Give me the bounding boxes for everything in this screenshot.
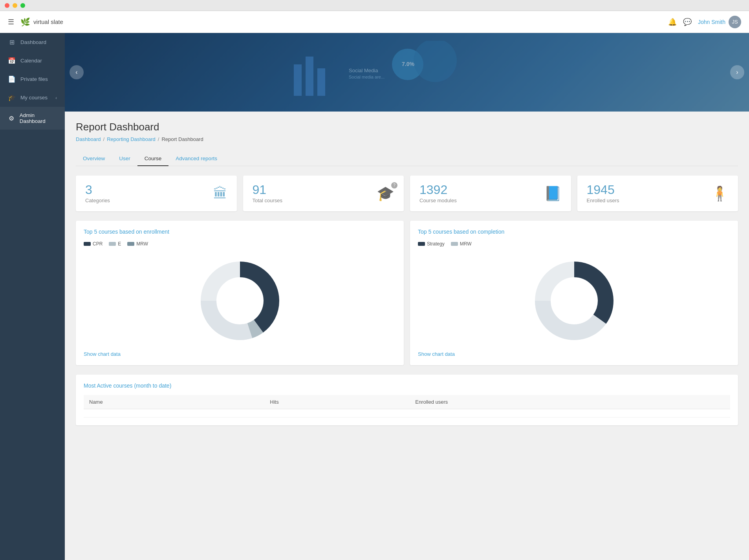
stat-card-modules: 1392 Course modules 📘 [410, 176, 571, 211]
sidebar-label-my-courses: My courses [20, 95, 48, 101]
total-courses-label: Total courses [253, 198, 283, 203]
app-body: ⊞ Dashboard 📅 Calendar 📄 Private files 🎓… [0, 33, 749, 560]
sidebar-label-calendar: Calendar [20, 58, 42, 64]
logo-icon: 🌿 [20, 17, 30, 27]
book-icon: 📘 [544, 185, 562, 202]
legend-label-cpr: CPR [93, 241, 103, 247]
legend-item-cpr: CPR [84, 241, 103, 247]
hero-prev-button[interactable]: ‹ [70, 65, 84, 79]
minimize-button[interactable] [13, 3, 17, 8]
breadcrumb-reporting[interactable]: Reporting Dashboard [107, 136, 156, 142]
mortarboard-icon: 🎓 [377, 185, 394, 201]
active-courses-panel: Most Active courses (month to date) Name… [76, 375, 738, 425]
completion-donut-chart [531, 258, 617, 344]
gear-icon: ⚙ [8, 115, 15, 122]
enrollment-donut-container [84, 251, 396, 350]
chevron-right-icon: › [736, 69, 738, 76]
sidebar-item-admin-dashboard[interactable]: ⚙ Admin Dashboard [0, 107, 65, 130]
chevron-left-icon: ‹ [55, 95, 57, 100]
graduation-cap-icon: 🎓 [8, 94, 16, 101]
enrollment-donut-chart [197, 258, 283, 344]
chat-icon[interactable]: 💬 [683, 18, 692, 26]
breadcrumb-sep-2: / [158, 136, 159, 142]
info-icon[interactable]: ? [391, 182, 397, 188]
completion-show-chart-data-link[interactable]: Show chart data [418, 351, 455, 357]
sidebar-label-admin-dashboard: Admin Dashboard [20, 112, 57, 124]
active-courses-title: Most Active courses (month to date) [84, 382, 730, 389]
completion-chart-panel: Top 5 courses based on completion Strate… [410, 221, 738, 365]
top-navbar: ☰ 🌿 virtual slate 🔔 💬 John Smith JS [0, 11, 749, 33]
legend-color-mrw2 [451, 242, 458, 246]
col-header-enrolled: Enrolled users [410, 395, 730, 409]
file-icon: 📄 [8, 75, 16, 83]
col-header-name: Name [84, 395, 264, 409]
legend-item-e: E [109, 241, 121, 247]
completion-donut-container [418, 251, 730, 350]
enrollment-chart-title: Top 5 courses based on enrollment [84, 229, 396, 235]
tab-overview[interactable]: Overview [76, 152, 112, 166]
enrolled-number: 1945 [587, 183, 619, 196]
chevron-left-icon: ‹ [75, 69, 77, 76]
stat-card-categories: 3 Categories 🏛 [76, 176, 237, 211]
maximize-button[interactable] [20, 3, 25, 8]
tab-bar: Overview User Course Advanced reports [76, 152, 738, 166]
main-content: Social Media Social media are... 7.0% ‹ … [65, 33, 749, 560]
enrollment-legend: CPR E MRW [84, 241, 396, 247]
svg-point-6 [414, 41, 457, 82]
legend-label-mrw: MRW [136, 241, 148, 247]
breadcrumb: Dashboard / Reporting Dashboard / Report… [76, 136, 738, 142]
sidebar-item-my-courses[interactable]: 🎓 My courses ‹ [0, 88, 65, 107]
svg-rect-2 [317, 68, 325, 96]
user-info[interactable]: John Smith JS [698, 16, 741, 28]
svg-text:7.0%: 7.0% [402, 61, 414, 67]
stat-card-total-courses: 91 Total courses 🎓 ? [243, 176, 404, 211]
hero-next-button[interactable]: › [730, 65, 744, 79]
tab-advanced[interactable]: Advanced reports [168, 152, 224, 166]
charts-row: Top 5 courses based on enrollment CPR E [76, 221, 738, 365]
content-area: Report Dashboard Dashboard / Reporting D… [65, 112, 749, 435]
completion-chart-title: Top 5 courses based on completion [418, 229, 730, 235]
notification-bell-icon[interactable]: 🔔 [668, 18, 677, 26]
legend-item-mrw: MRW [127, 241, 148, 247]
sidebar-label-dashboard: Dashboard [20, 39, 46, 45]
tab-user[interactable]: User [112, 152, 137, 166]
sidebar-item-private-files[interactable]: 📄 Private files [0, 70, 65, 88]
enrollment-show-chart-data-link[interactable]: Show chart data [84, 351, 121, 357]
legend-label-e: E [118, 241, 121, 247]
enrollment-chart-panel: Top 5 courses based on enrollment CPR E [76, 221, 404, 365]
breadcrumb-sep-1: / [103, 136, 105, 142]
user-name[interactable]: John Smith [698, 19, 725, 25]
building-icon: 🏛 [213, 185, 227, 202]
sidebar-item-calendar[interactable]: 📅 Calendar [0, 51, 65, 70]
categories-number: 3 [85, 183, 110, 196]
svg-point-12 [218, 279, 262, 322]
course-name-cell [84, 409, 264, 417]
logo[interactable]: 🌿 virtual slate [20, 17, 63, 27]
sidebar: ⊞ Dashboard 📅 Calendar 📄 Private files 🎓… [0, 33, 65, 560]
modules-label: Course modules [419, 198, 457, 203]
stat-card-enrolled-users: 1945 Enrolled users 🧍 [577, 176, 738, 211]
legend-item-mrw2: MRW [451, 241, 472, 247]
hero-banner: Social Media Social media are... 7.0% ‹ … [65, 33, 749, 112]
active-courses-table: Name Hits Enrolled users [84, 395, 730, 417]
completion-legend: Strategy MRW [418, 241, 730, 247]
close-button[interactable] [5, 3, 9, 8]
avatar-initials: JS [732, 19, 738, 25]
breadcrumb-current: Report Dashboard [161, 136, 203, 142]
hits-cell [264, 409, 410, 417]
table-row [84, 409, 730, 417]
legend-label-strategy: Strategy [427, 241, 445, 247]
legend-label-mrw2: MRW [460, 241, 472, 247]
hamburger-menu-icon[interactable]: ☰ [8, 18, 14, 26]
breadcrumb-dashboard[interactable]: Dashboard [76, 136, 101, 142]
sidebar-item-dashboard[interactable]: ⊞ Dashboard [0, 33, 65, 51]
tab-course[interactable]: Course [137, 152, 169, 166]
sidebar-label-private-files: Private files [20, 76, 48, 82]
enrolled-cell [410, 409, 730, 417]
stat-cards-grid: 3 Categories 🏛 91 Total courses 🎓 ? [76, 176, 738, 211]
legend-color-strategy [418, 242, 425, 246]
legend-color-e [109, 242, 116, 246]
svg-text:Social Media: Social Media [349, 68, 378, 73]
avatar[interactable]: JS [729, 16, 741, 28]
calendar-icon: 📅 [8, 57, 16, 64]
